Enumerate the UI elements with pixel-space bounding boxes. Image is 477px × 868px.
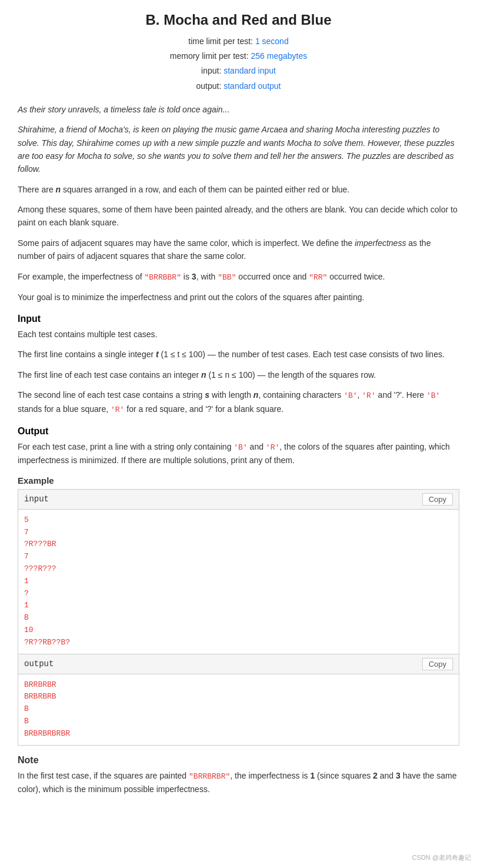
input-paragraph-2: The first line contains a single integer… [18,348,459,361]
memory-limit: memory limit per test: 256 megabytes [18,49,459,64]
paragraph-4: For example, the imperfectness of "BRRBB… [18,270,459,284]
input-example-box: input Copy 5 7 ?R???BR 7 ???R??? 1 ? 1 B… [18,489,459,654]
input-type: input: standard input [18,64,459,78]
paragraph-1: There are n squares arranged in a row, a… [18,183,459,196]
meta-section: time limit per test: 1 second memory lim… [18,34,459,94]
memory-label: memory limit per test: [170,51,249,61]
story-paragraph-2: Shirahime, a friend of Mocha's, is keen … [18,123,459,176]
time-value-text: 1 second [255,36,289,46]
paragraph-5: Your goal is to minimize the imperfectne… [18,291,459,304]
input-label: input: [201,66,221,75]
input-value-text: standard input [224,66,276,75]
time-limit: time limit per test: 1 second [18,34,459,49]
section-input-title: Input [18,314,459,324]
input-paragraph-3: The first line of each test case contain… [18,368,459,381]
output-example-box: output Copy BRRBRBR BRBRBRB B B BRBRBRBR… [18,654,459,746]
section-output-title: Output [18,426,459,437]
time-label: time limit per test: [188,36,253,46]
copy-input-button[interactable]: Copy [422,493,453,505]
output-value-text: standard output [224,81,281,91]
output-label: output: [196,81,221,91]
input-example-content: 5 7 ?R???BR 7 ???R??? 1 ? 1 B 10 ?R??RB?… [18,510,459,654]
output-paragraph-1: For each test case, print a line with a … [18,440,459,467]
paragraph-2: Among these squares, some of them have b… [18,203,459,230]
problem-title: B. Mocha and Red and Blue [18,12,459,28]
input-paragraph-4: The second line of each test case contai… [18,388,459,417]
output-example-header: output Copy [18,654,459,674]
output-example-content: BRRBRBR BRBRBRB B B BRBRBRBRBR [18,674,459,745]
example-title: Example [18,475,459,485]
output-box-label: output [24,659,54,669]
section-note-title: Note [18,755,459,766]
story-paragraph-1: As their story unravels, a timeless tale… [18,103,459,116]
paragraph-3: Some pairs of adjacent squares may have … [18,237,459,263]
copy-output-button[interactable]: Copy [422,658,453,670]
input-paragraph-1: Each test contains multiple test cases. [18,328,459,341]
note-paragraph: In the first test case, if the squares a… [18,769,459,796]
input-box-label: input [24,494,49,504]
memory-value-text: 256 megabytes [251,51,307,61]
output-type: output: standard output [18,79,459,94]
input-example-header: input Copy [18,490,459,510]
